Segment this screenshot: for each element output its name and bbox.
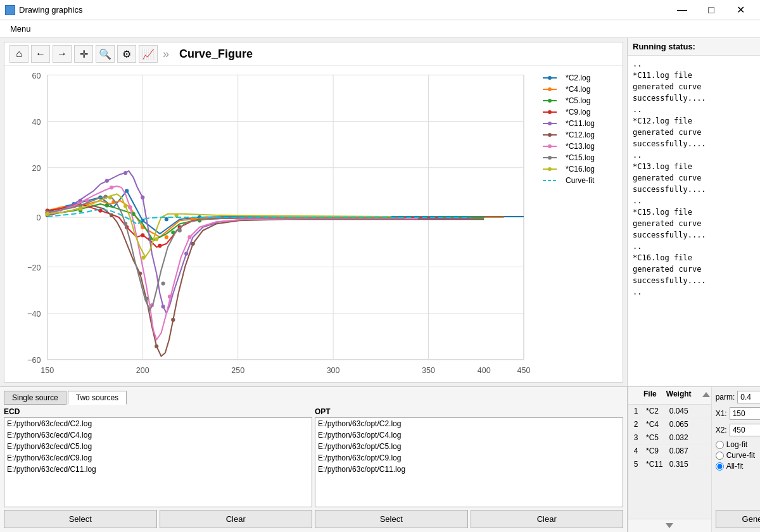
svg-text:−60: −60 — [27, 356, 41, 365]
legend-item-c16: *C16.log — [543, 165, 615, 174]
tab-two-sources[interactable]: Two sources — [68, 391, 127, 405]
svg-point-108 — [548, 167, 552, 171]
forward-button[interactable]: → — [53, 45, 72, 63]
fw-row-3: 4 *C9 0.087 — [628, 445, 711, 458]
chart-body: 60 40 20 0 −20 −40 −60 150 200 250 300 3… — [4, 66, 623, 382]
pan-button[interactable]: ✛ — [74, 45, 93, 63]
fw-weight-4: 0.315 — [667, 458, 711, 471]
ecd-buttons: Select Clear — [4, 510, 312, 528]
back-button[interactable]: ← — [31, 45, 50, 63]
opt-buttons: Select Clear — [315, 510, 623, 528]
fw-file-3: *C9 — [643, 445, 667, 457]
svg-marker-111 — [666, 523, 673, 528]
fw-weight-1: 0.065 — [667, 418, 711, 431]
ecd-file-4[interactable]: E:/python/63c/ecd/C11.log — [4, 464, 312, 475]
right-section: Running status: .. *C11.log file generat… — [627, 38, 760, 532]
legend-label-c12: *C12.log — [566, 130, 595, 139]
menu-item-menu[interactable]: Menu — [5, 23, 36, 35]
log-fit-radio[interactable] — [716, 441, 724, 449]
svg-point-96 — [548, 99, 552, 103]
svg-text:450: 450 — [517, 366, 531, 375]
svg-text:350: 350 — [422, 366, 435, 375]
status-panel: Running status: .. *C11.log file generat… — [628, 38, 760, 386]
legend-item-c5: *C5.log — [543, 96, 615, 105]
fw-num-0: 1 — [628, 405, 643, 417]
maximize-button[interactable]: □ — [697, 0, 726, 20]
svg-point-60 — [141, 196, 144, 200]
ecd-clear-button[interactable]: Clear — [160, 510, 313, 528]
ecd-file-1[interactable]: E:/python/63c/ecd/C4.log — [4, 429, 312, 441]
fw-file-2: *C5 — [643, 431, 667, 444]
opt-file-0[interactable]: E:/python/63c/opt/C2.log — [315, 418, 623, 429]
ecd-file-3[interactable]: E:/python/63c/ecd/C9.log — [4, 452, 312, 464]
svg-point-62 — [184, 251, 188, 255]
ecd-file-0[interactable]: E:/python/63c/ecd/C2.log — [4, 418, 312, 429]
title-bar: Drawing graphics — □ ✕ — [0, 0, 760, 20]
x1-label: X1: — [716, 409, 727, 418]
generate-button[interactable]: Generate — [716, 510, 760, 528]
svg-point-88 — [141, 256, 145, 260]
svg-point-68 — [171, 318, 175, 322]
curve-fit-radio[interactable] — [716, 452, 724, 460]
legend-label-c9: *C9.log — [566, 108, 590, 117]
opt-clear-button[interactable]: Clear — [471, 510, 624, 528]
fw-scroll-down-icon[interactable] — [664, 521, 674, 531]
opt-file-2[interactable]: E:/python/63c/opt/C5.log — [315, 441, 623, 452]
tab-single-source[interactable]: Single source — [4, 391, 66, 405]
menu-bar: Menu — [0, 20, 760, 38]
close-button[interactable]: ✕ — [726, 0, 755, 20]
svg-text:60: 60 — [32, 72, 41, 80]
ecd-group: ECD E:/python/63c/ecd/C2.log E:/python/6… — [4, 407, 312, 528]
svg-point-98 — [548, 110, 552, 114]
legend-item-c2: *C2.log — [543, 73, 615, 82]
source-section: Single source Two sources ECD E:/python/… — [0, 387, 627, 532]
minimize-button[interactable]: — — [668, 0, 697, 20]
fw-row-4: 5 *C11 0.315 — [628, 458, 711, 471]
legend-label-c13: *C13.log — [566, 142, 595, 151]
zoom-button[interactable]: 🔍 — [96, 45, 115, 63]
curve-fit-option[interactable]: Curve-fit — [716, 451, 760, 460]
svg-point-102 — [548, 133, 552, 137]
chart-plot-area[interactable]: 60 40 20 0 −20 −40 −60 150 200 250 300 3… — [7, 68, 538, 379]
svg-point-104 — [548, 144, 552, 148]
svg-text:200: 200 — [136, 366, 149, 375]
svg-point-40 — [165, 235, 168, 239]
settings-button[interactable]: ⚙ — [117, 45, 136, 63]
legend-item-c12: *C12.log — [543, 130, 615, 139]
legend-item-c9: *C9.log — [543, 108, 615, 117]
home-button[interactable]: ⌂ — [10, 45, 28, 63]
chart-title: Curve_Figure — [179, 48, 253, 61]
opt-file-3[interactable]: E:/python/63c/opt/C9.log — [315, 452, 623, 464]
ecd-label: ECD — [4, 407, 312, 416]
x2-input[interactable] — [730, 424, 760, 436]
toolbar-separator: » — [163, 48, 169, 61]
ecd-select-button[interactable]: Select — [4, 510, 157, 528]
status-title: Running status: — [628, 38, 760, 56]
fw-body[interactable]: 1 *C2 0.045 2 *C4 0.065 3 *C5 0.032 — [628, 405, 711, 519]
opt-file-1[interactable]: E:/python/63c/opt/C4.log — [315, 429, 623, 441]
svg-text:400: 400 — [478, 366, 491, 375]
bottom-panel: Single source Two sources ECD E:/python/… — [0, 386, 627, 532]
bottom-right-panel: File Weight 1 *C2 0.045 2 — [628, 386, 760, 532]
x1-input[interactable] — [730, 407, 760, 420]
ecd-file-list[interactable]: E:/python/63c/ecd/C2.log E:/python/63c/e… — [4, 417, 312, 507]
left-section: ⌂ ← → ✛ 🔍 ⚙ 📈 » Curve_Figure — [0, 38, 627, 532]
log-fit-option[interactable]: Log-fit — [716, 440, 760, 449]
opt-label: OPT — [315, 407, 623, 416]
parm-input[interactable] — [737, 391, 760, 403]
svg-text:250: 250 — [231, 366, 244, 375]
opt-select-button[interactable]: Select — [315, 510, 468, 528]
all-fit-option[interactable]: All-fit — [716, 462, 760, 471]
svg-point-106 — [548, 156, 552, 160]
save-button[interactable]: 📈 — [139, 45, 158, 63]
ecd-file-2[interactable]: E:/python/63c/ecd/C5.log — [4, 441, 312, 452]
opt-file-list[interactable]: E:/python/63c/opt/C2.log E:/python/63c/o… — [315, 417, 623, 507]
parm-label: parm: — [716, 393, 735, 402]
all-fit-radio[interactable] — [716, 462, 724, 471]
file-weight-table: File Weight 1 *C2 0.045 2 — [628, 387, 712, 532]
svg-text:300: 300 — [327, 366, 340, 375]
svg-point-80 — [124, 222, 127, 225]
opt-file-4[interactable]: E:/python/63c/opt/C11.log — [315, 464, 623, 475]
svg-text:40: 40 — [32, 118, 41, 127]
legend-label-c4: *C4.log — [566, 85, 590, 94]
